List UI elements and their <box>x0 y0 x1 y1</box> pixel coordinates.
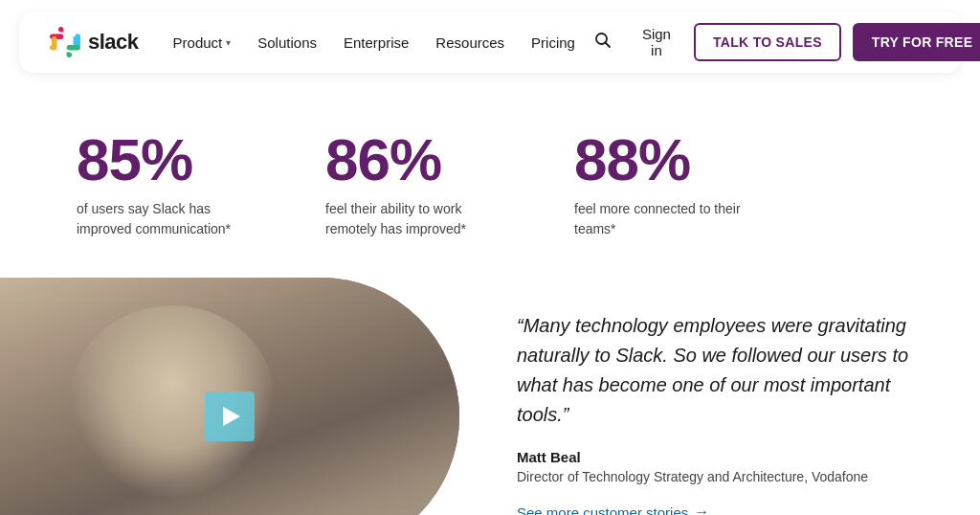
sign-in-button[interactable]: Sign in <box>631 18 682 66</box>
svg-line-1 <box>605 42 610 47</box>
arrow-icon: → <box>694 504 709 515</box>
chevron-down-icon: ▾ <box>226 37 231 48</box>
nav-enterprise[interactable]: Enterprise <box>332 27 420 58</box>
stat-number-2: 86% <box>325 130 498 190</box>
navigation: slack Product ▾ Solutions Enterprise Res… <box>19 11 961 73</box>
quote-section: “Many technology employees were gravitat… <box>517 311 980 515</box>
nav-product[interactable]: Product ▾ <box>162 27 243 58</box>
try-for-free-button[interactable]: TRY FOR FREE <box>853 23 980 61</box>
quote-title: Director of Technology Strategy and Arch… <box>517 469 923 484</box>
stat-item-3: 88% feel more connected to their teams* <box>574 130 746 239</box>
stat-desc-1: of users say Slack has improved communic… <box>77 199 249 239</box>
quote-text: “Many technology employees were gravitat… <box>517 311 923 430</box>
nav-right: Sign in TALK TO SALES TRY FOR FREE <box>587 18 980 66</box>
talk-to-sales-button[interactable]: TALK TO SALES <box>694 23 841 61</box>
play-icon <box>223 407 240 426</box>
nav-resources[interactable]: Resources <box>424 27 516 58</box>
search-icon <box>594 32 612 49</box>
search-button[interactable] <box>587 24 619 61</box>
video-thumbnail <box>0 278 459 515</box>
logo[interactable]: slack <box>50 27 139 57</box>
nav-links: Product ▾ Solutions Enterprise Resources… <box>162 27 587 58</box>
slack-logo-icon <box>50 27 80 57</box>
testimonial-section: “Many technology employees were gravitat… <box>0 278 980 515</box>
stat-number-3: 88% <box>574 130 746 190</box>
stat-item-1: 85% of users say Slack has improved comm… <box>77 130 249 239</box>
play-button[interactable] <box>205 392 255 441</box>
quote-author: Matt Beal <box>517 449 923 465</box>
stat-desc-2: feel their ability to work remotely has … <box>325 199 498 239</box>
slack-wordmark: slack <box>88 30 139 55</box>
nav-pricing[interactable]: Pricing <box>520 27 587 58</box>
stat-number-1: 85% <box>77 130 249 190</box>
stat-desc-3: feel more connected to their teams* <box>574 199 746 239</box>
stats-section: 85% of users say Slack has improved comm… <box>0 84 980 278</box>
stat-item-2: 86% feel their ability to work remotely … <box>325 130 498 239</box>
see-more-stories-link[interactable]: See more customer stories → <box>517 504 709 515</box>
video-container[interactable] <box>0 278 459 515</box>
nav-solutions[interactable]: Solutions <box>246 27 328 58</box>
